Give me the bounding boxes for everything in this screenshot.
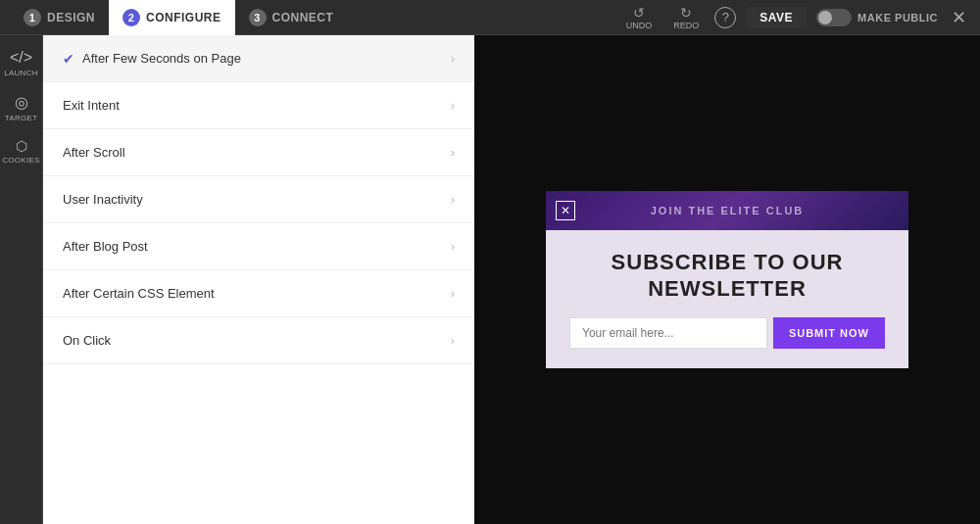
sidebar-icons: </> LAUNCH ◎ TARGET ⬡ COOKIES — [0, 35, 43, 524]
top-bar: 1 DESIGN 2 CONFIGURE 3 CONNECT ↺ UNDO ↻ … — [0, 0, 980, 35]
menu-item-after-certain-css[interactable]: After Certain CSS Element › — [43, 270, 474, 317]
chevron-right-icon: › — [451, 145, 455, 160]
sidebar-item-target[interactable]: ◎ TARGET — [0, 87, 42, 128]
sidebar-item-launch-label: LAUNCH — [4, 69, 38, 77]
menu-item-label: User Inactivity — [63, 192, 143, 207]
content-panel: ✔ After Few Seconds on Page › Exit Inten… — [43, 35, 474, 524]
menu-item-label: After Few Seconds on Page — [82, 51, 241, 66]
chevron-right-icon: › — [451, 333, 455, 348]
menu-item-after-blog-post[interactable]: After Blog Post › — [43, 223, 474, 270]
menu-item-left: ✔ After Few Seconds on Page — [63, 51, 241, 67]
menu-item-label: After Certain CSS Element — [63, 286, 215, 301]
preview-area: ✕ JOIN THE ELITE CLUB SUBSCRIBE TO OUR N… — [474, 35, 980, 524]
undo-button[interactable]: ↺ UNDO — [620, 3, 659, 32]
make-public-label: MAKE PUBLIC — [858, 12, 938, 24]
menu-item-label: After Blog Post — [63, 239, 148, 254]
help-button[interactable]: ? — [714, 7, 736, 28]
step-nav: 1 DESIGN 2 CONFIGURE 3 CONNECT — [10, 0, 620, 35]
step-configure[interactable]: 2 CONFIGURE — [109, 0, 235, 35]
step-design-num: 1 — [24, 9, 41, 26]
sidebar-item-cookies[interactable]: ⬡ COOKIES — [0, 132, 42, 170]
step-connect-label: CONNECT — [272, 11, 334, 24]
sidebar-item-target-label: TARGET — [5, 114, 38, 122]
chevron-right-icon: › — [451, 239, 455, 254]
step-design-label: DESIGN — [47, 11, 95, 24]
step-connect[interactable]: 3 CONNECT — [235, 0, 348, 35]
chevron-right-icon: › — [451, 192, 455, 207]
make-public-toggle[interactable] — [816, 9, 852, 26]
check-icon: ✔ — [63, 51, 74, 67]
menu-list: ✔ After Few Seconds on Page › Exit Inten… — [43, 35, 474, 524]
popup-email-input[interactable] — [569, 317, 767, 349]
redo-icon: ↻ — [680, 5, 692, 21]
make-public-toggle-wrap: MAKE PUBLIC — [816, 9, 938, 26]
cookies-icon: ⬡ — [16, 138, 27, 154]
top-bar-right: ↺ UNDO ↻ REDO ? SAVE MAKE PUBLIC ✕ — [620, 3, 970, 32]
redo-label: REDO — [673, 21, 699, 30]
popup-headline: SUBSCRIBE TO OUR NEWSLETTER — [569, 250, 885, 302]
main-layout: </> LAUNCH ◎ TARGET ⬡ COOKIES ✔ After Fe… — [0, 35, 980, 524]
chevron-right-icon: › — [451, 51, 455, 66]
toggle-knob — [818, 11, 832, 24]
step-connect-num: 3 — [249, 9, 267, 26]
sidebar-item-launch[interactable]: </> LAUNCH — [0, 43, 42, 83]
step-design[interactable]: 1 DESIGN — [10, 0, 109, 35]
sidebar-item-cookies-label: COOKIES — [2, 156, 40, 165]
menu-item-after-scroll[interactable]: After Scroll › — [43, 129, 474, 176]
popup-body: SUBSCRIBE TO OUR NEWSLETTER SUBMIT NOW — [546, 230, 908, 368]
popup-top-bar: ✕ JOIN THE ELITE CLUB — [546, 191, 908, 230]
popup-close-button[interactable]: ✕ — [556, 201, 575, 220]
chevron-right-icon: › — [451, 286, 455, 301]
popup-top-title: JOIN THE ELITE CLUB — [651, 205, 805, 216]
menu-item-exit-intent[interactable]: Exit Intent › — [43, 82, 474, 129]
chevron-right-icon: › — [451, 98, 455, 113]
menu-item-label: Exit Intent — [63, 98, 120, 113]
launch-icon: </> — [10, 49, 32, 67]
close-button[interactable]: ✕ — [948, 7, 970, 28]
menu-item-user-inactivity[interactable]: User Inactivity › — [43, 176, 474, 223]
popup-form: SUBMIT NOW — [569, 317, 885, 349]
undo-icon: ↺ — [633, 5, 645, 21]
popup-overlay: ✕ JOIN THE ELITE CLUB SUBSCRIBE TO OUR N… — [474, 35, 980, 524]
menu-item-after-few-seconds[interactable]: ✔ After Few Seconds on Page › — [43, 35, 474, 82]
redo-button[interactable]: ↻ REDO — [667, 3, 705, 32]
save-button[interactable]: SAVE — [746, 7, 807, 28]
menu-item-on-click[interactable]: On Click › — [43, 317, 474, 364]
step-configure-num: 2 — [122, 9, 140, 26]
popup-submit-button[interactable]: SUBMIT NOW — [773, 317, 885, 349]
target-icon: ◎ — [15, 93, 28, 112]
menu-item-label: After Scroll — [63, 145, 125, 160]
popup-card: ✕ JOIN THE ELITE CLUB SUBSCRIBE TO OUR N… — [546, 191, 908, 368]
menu-item-label: On Click — [63, 333, 111, 348]
step-configure-label: CONFIGURE — [146, 11, 221, 24]
undo-label: UNDO — [626, 21, 653, 30]
